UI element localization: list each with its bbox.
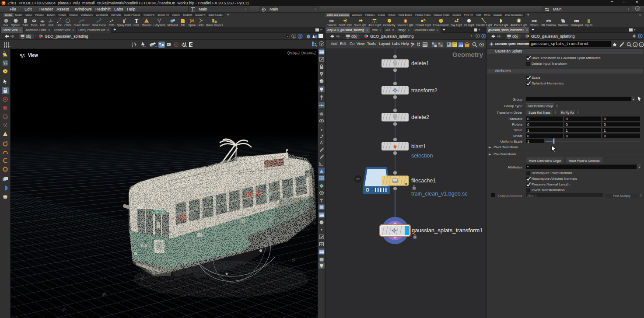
svg-text:?: ? <box>640 43 643 47</box>
svg-text:i: i <box>635 43 636 47</box>
svg-text:T: T <box>135 18 138 24</box>
svg-text:12: 12 <box>322 140 324 143</box>
svg-text:1: 1 <box>6 141 7 143</box>
